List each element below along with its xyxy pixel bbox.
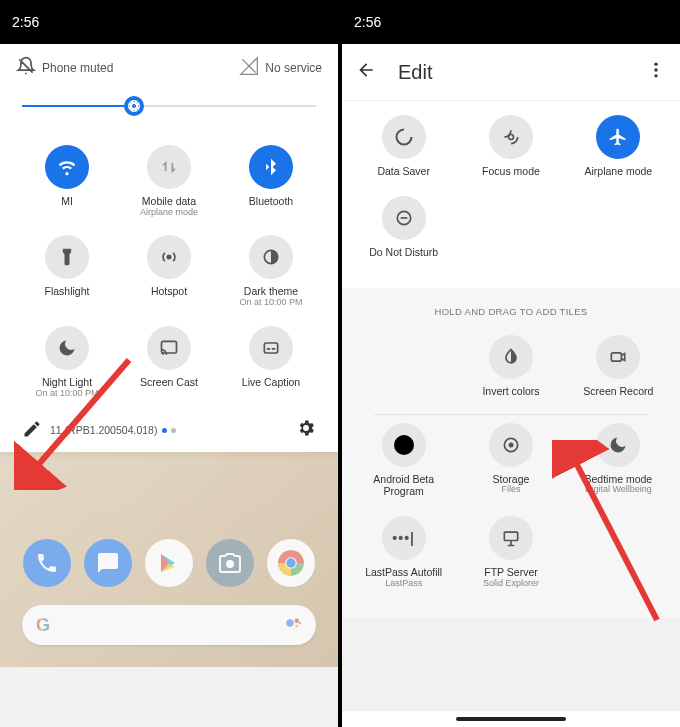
overflow-icon[interactable]: [646, 60, 666, 84]
dock: [0, 539, 338, 587]
status-time: 2:56: [354, 14, 381, 30]
tile-dark-theme[interactable]: Dark theme On at 10:00 PM: [220, 231, 322, 311]
bedtime-icon: [596, 423, 640, 467]
edit-header: Edit: [342, 44, 680, 101]
storage-icon: [489, 423, 533, 467]
tile-screen-cast[interactable]: Screen Cast: [118, 322, 220, 402]
tile-flashlight[interactable]: Flashlight: [16, 231, 118, 311]
brightness-slider[interactable]: [22, 91, 316, 121]
tile-live-caption[interactable]: Live Caption: [220, 322, 322, 402]
active-tiles-section: Data Saver Focus mode Airplane mode Do N…: [342, 101, 680, 288]
svg-point-17: [654, 68, 657, 71]
tile-do-not-disturb[interactable]: Do Not Disturb: [350, 192, 457, 263]
svg-point-5: [226, 560, 234, 568]
flashlight-icon: [45, 235, 89, 279]
signal-icon: [239, 56, 259, 79]
tile-bluetooth[interactable]: Bluetooth: [220, 141, 322, 221]
svg-rect-21: [612, 353, 622, 361]
live-caption-icon: [249, 326, 293, 370]
lastpass-icon: •••|: [382, 516, 426, 560]
settings-icon[interactable]: [296, 418, 316, 442]
divider: [374, 414, 648, 415]
brightness-thumb[interactable]: [124, 96, 144, 116]
page-dots: [162, 428, 176, 433]
dock-camera[interactable]: [206, 539, 254, 587]
nav-bar: [342, 711, 680, 727]
ftp-server-icon: [489, 516, 533, 560]
screenshot-left: 2:56 Phone muted No service: [0, 0, 338, 727]
svg-point-1: [167, 256, 170, 259]
google-g-icon: G: [36, 615, 50, 636]
signal-label: No service: [265, 61, 322, 75]
tile-invert-colors[interactable]: Invert colors: [457, 331, 564, 402]
quick-settings-panel: Phone muted No service MI: [0, 44, 338, 452]
tile-wifi[interactable]: MI: [16, 141, 118, 221]
android-beta-icon: [382, 423, 426, 467]
svg-point-11: [286, 620, 294, 628]
drag-instruction-label: HOLD AND DRAG TO ADD TILES: [342, 288, 680, 321]
tile-airplane-mode[interactable]: Airplane mode: [565, 111, 672, 182]
svg-point-18: [654, 74, 657, 77]
tile-lastpass[interactable]: •••| LastPass Autofill LastPass: [350, 512, 457, 592]
tile-data-saver[interactable]: Data Saver: [350, 111, 457, 182]
svg-point-14: [299, 622, 301, 624]
search-bar[interactable]: G: [22, 605, 316, 645]
edit-panel: Data Saver Focus mode Airplane mode Do N…: [342, 101, 680, 618]
tile-mobile-data[interactable]: Mobile data Airplane mode: [118, 141, 220, 221]
nav-pill[interactable]: [456, 717, 566, 721]
build-label: 11 (RPB1.200504.018): [50, 424, 157, 436]
screen-cast-icon: [147, 326, 191, 370]
tile-hotspot[interactable]: Hotspot: [118, 231, 220, 311]
hotspot-icon: [147, 235, 191, 279]
airplane-icon: [596, 115, 640, 159]
screen-record-icon: [596, 335, 640, 379]
svg-rect-24: [504, 532, 517, 540]
data-saver-icon: [382, 115, 426, 159]
bluetooth-icon: [249, 145, 293, 189]
svg-point-12: [295, 619, 300, 624]
qs-tiles-grid: MI Mobile data Airplane mode Bluetooth F…: [16, 141, 322, 410]
bell-muted-icon: [16, 56, 36, 79]
dnd-icon: [382, 196, 426, 240]
qs-footer: 11 (RPB1.200504.018): [16, 410, 322, 452]
edit-title: Edit: [398, 61, 646, 84]
focus-mode-icon: [489, 115, 533, 159]
dock-phone[interactable]: [23, 539, 71, 587]
back-icon[interactable]: [356, 60, 376, 84]
svg-point-13: [295, 625, 298, 628]
dark-theme-icon: [249, 235, 293, 279]
tile-focus-mode[interactable]: Focus mode: [457, 111, 564, 182]
dock-messages[interactable]: [84, 539, 132, 587]
svg-point-16: [654, 63, 657, 66]
tile-storage[interactable]: Storage Files: [457, 419, 564, 502]
night-light-icon: [45, 326, 89, 370]
available-tiles-section: Invert colors Screen Record Android Beta…: [342, 321, 680, 618]
status-time: 2:56: [12, 14, 39, 30]
wifi-icon: [45, 145, 89, 189]
invert-colors-icon: [489, 335, 533, 379]
svg-point-23: [509, 443, 512, 446]
tile-ftp-server[interactable]: FTP Server Solid Explorer: [457, 512, 564, 592]
home-background: G: [0, 452, 338, 667]
tile-bedtime-mode[interactable]: Bedtime mode Digital Wellbeing: [565, 419, 672, 502]
tile-android-beta[interactable]: Android Beta Program: [350, 419, 457, 502]
dock-play[interactable]: [145, 539, 193, 587]
muted-label: Phone muted: [42, 61, 113, 75]
edit-icon[interactable]: [22, 419, 42, 441]
dock-chrome[interactable]: [267, 539, 315, 587]
svg-rect-3: [162, 341, 177, 353]
tile-night-light[interactable]: Night Light On at 10:00 PM: [16, 322, 118, 402]
assistant-icon[interactable]: [284, 614, 302, 636]
svg-point-0: [132, 104, 136, 108]
svg-point-10: [287, 559, 296, 568]
tile-screen-record[interactable]: Screen Record: [565, 331, 672, 402]
mobile-data-icon: [147, 145, 191, 189]
svg-rect-4: [264, 343, 277, 353]
status-bar: 2:56: [0, 0, 338, 44]
status-bar: 2:56: [342, 0, 680, 44]
qs-status-row: Phone muted No service: [16, 52, 322, 91]
screenshot-right: 2:56 Edit Data Saver Focus mode Airplane…: [342, 0, 680, 727]
